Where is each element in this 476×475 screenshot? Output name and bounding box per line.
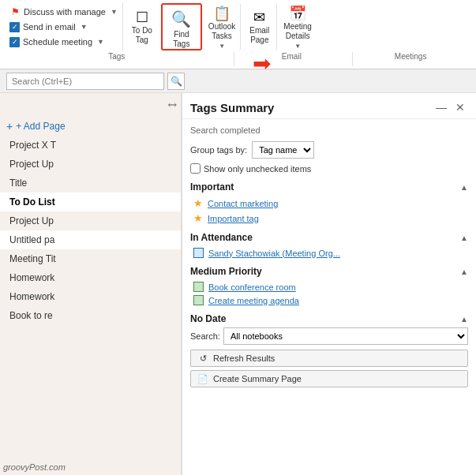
create-summary-label: Create Summary Page [213, 374, 302, 383]
add-page-label: + Add Page [16, 121, 65, 132]
watermark-text: groovyPost.com [3, 462, 66, 472]
contact-marketing-link[interactable]: Contact marketing [208, 199, 278, 208]
page-item-book-to-re[interactable]: Book to re [0, 306, 181, 325]
tags-panel-controls: — ✕ [433, 99, 468, 115]
checkbox-green-icon-agenda [193, 295, 204, 305]
group-by-select[interactable]: Tag name [252, 141, 314, 159]
tag-entry-create-agenda: Create meeting agenda [190, 294, 468, 307]
check-blue-icon-email: ✓ [9, 22, 20, 32]
dropdown-arrow-email[interactable]: ▼ [81, 23, 88, 31]
ribbon-label-row: Tags Email Meetings [0, 50, 476, 66]
tag-entry-important-tag: ★ Important tag [190, 211, 468, 226]
section-header-medium: Medium Priority ▲ [190, 266, 468, 277]
tag-entry-contact-marketing: ★ Contact marketing [190, 196, 468, 211]
tags-panel-body: Search completed Group tags by: Tag name… [182, 119, 476, 475]
flag-icon: ⚑ [9, 6, 21, 17]
to-do-tag-button[interactable]: ☐ To Do Tag [125, 3, 159, 50]
meeting-details-dropdown[interactable]: ▼ [294, 43, 301, 50]
show-unchecked-label: Show only unchecked items [204, 164, 311, 174]
ribbon-tag-item-discuss[interactable]: ⚑ Discuss with manage ▼ [9, 5, 118, 19]
find-tags-inner-btn[interactable]: 🔍 Find Tags [164, 6, 199, 52]
section-title-medium: Medium Priority [190, 266, 262, 277]
sandy-link[interactable]: Sandy Stachowiak (Meeting Org... [208, 249, 340, 258]
section-collapse-important[interactable]: ▲ [460, 183, 468, 192]
section-header-no-date: No Date ▲ [190, 313, 468, 324]
search-input[interactable] [6, 73, 164, 90]
search-bar: 🔍 [0, 69, 476, 93]
ribbon-tag-label-schedule: Schedule meeting [23, 37, 92, 47]
meeting-details-label: Meeting Details [283, 22, 312, 41]
page-item-untitled[interactable]: Untitled pa [0, 230, 181, 249]
outlook-tasks-dropdown[interactable]: ▼ [219, 43, 225, 50]
outlook-tasks-button[interactable]: 📋 Outlook Tasks ▼ [204, 3, 241, 50]
ribbon-tag-item-email[interactable]: ✓ Send in email ▼ [9, 20, 118, 34]
notebooks-select[interactable]: All notebooks [223, 327, 468, 345]
find-tags-icon-group: 🔍 [171, 9, 191, 28]
outlook-tasks-icon: 📋 [213, 5, 231, 21]
search-magnifier-icon: 🔍 [171, 76, 182, 87]
page-item-meeting-tit[interactable]: Meeting Tit [0, 249, 181, 268]
page-item-homework2[interactable]: Homework [0, 287, 181, 306]
ribbon-tag-item-schedule[interactable]: ✓ Schedule meeting ▼ [9, 35, 118, 49]
search-button[interactable]: 🔍 [167, 73, 185, 90]
page-item-title[interactable]: Title [0, 174, 181, 193]
meetings-group-label: Meetings [354, 52, 471, 66]
show-unchecked-checkbox[interactable] [190, 163, 201, 174]
watermark: groovyPost.com [3, 462, 66, 472]
main-area: ⤢ + + Add Page Project X T Project Up Ti… [0, 93, 476, 475]
page-item-todo-list[interactable]: To Do List [0, 193, 181, 211]
tag-entry-book-conference: Book conference room [190, 280, 468, 294]
section-collapse-attendance[interactable]: ▲ [460, 234, 468, 242]
email-page-icon: ✉ [253, 9, 265, 24]
dropdown-arrow-discuss[interactable]: ▼ [111, 8, 118, 16]
section-collapse-medium[interactable]: ▲ [460, 267, 468, 276]
check-blue-icon-schedule: ✓ [9, 37, 20, 47]
page-item-project-up2[interactable]: Project Up [0, 211, 181, 230]
refresh-results-button[interactable]: ↺ Refresh Results [190, 350, 468, 367]
add-page-button[interactable]: + + Add Page [0, 117, 181, 136]
no-date-search-label: Search: [190, 331, 220, 341]
meeting-details-icon: 📅 [289, 5, 306, 21]
group-by-row: Group tags by: Tag name [190, 141, 468, 159]
tag-entry-sandy: Sandy Stachowiak (Meeting Org... [190, 246, 468, 260]
ribbon-top: ⚑ Discuss with manage ▼ ✓ Send in email … [0, 0, 476, 50]
page-item-project-x[interactable]: Project X T [0, 136, 181, 155]
checkbox-green-icon-book [193, 282, 204, 292]
find-tags-button[interactable]: 🔍 Find Tags [161, 3, 202, 50]
outlook-tasks-label: Outlook Tasks [208, 22, 235, 41]
section-collapse-no-date[interactable]: ▲ [460, 315, 468, 324]
section-title-important: Important [190, 181, 234, 193]
meeting-details-button[interactable]: 📅 Meeting Details ▼ [279, 3, 317, 50]
email-page-button[interactable]: ✉ Email Page [242, 3, 277, 50]
star-icon-important: ★ [193, 212, 203, 224]
search-completed-text: Search completed [190, 125, 468, 135]
group-by-label: Group tags by: [190, 145, 247, 155]
important-tag-link[interactable]: Important tag [208, 214, 259, 223]
refresh-results-label: Refresh Results [213, 353, 275, 363]
ribbon-tags-group: ⚑ Discuss with manage ▼ ✓ Send in email … [5, 3, 123, 50]
panel-close-button[interactable]: ✕ [452, 99, 468, 115]
add-page-plus-icon: + [6, 120, 13, 133]
page-item-project-up[interactable]: Project Up [0, 155, 181, 174]
expand-icon[interactable]: ⤢ [165, 97, 181, 113]
tags-panel-header: Tags Summary — ✕ [182, 93, 476, 119]
refresh-icon: ↺ [197, 353, 208, 364]
section-title-no-date: No Date [190, 313, 226, 324]
dropdown-arrow-schedule[interactable]: ▼ [97, 38, 104, 46]
email-group-label: Email [236, 52, 354, 66]
create-summary-button[interactable]: 📄 Create Summary Page [190, 370, 468, 387]
ribbon: ⚑ Discuss with manage ▼ ✓ Send in email … [0, 0, 476, 69]
ribbon-tag-label-email: Send in email [23, 22, 76, 32]
tags-panel-title: Tags Summary [190, 101, 274, 114]
page-item-homework1[interactable]: Homework [0, 268, 181, 287]
to-do-tag-label: To Do Tag [132, 26, 152, 45]
find-tags-label: Find Tags [173, 30, 189, 49]
email-page-label: Email Page [249, 26, 269, 45]
panel-minimize-button[interactable]: — [433, 99, 449, 115]
section-title-attendance: In Attendance [190, 232, 253, 243]
section-header-important: Important ▲ [190, 181, 468, 193]
book-conference-link[interactable]: Book conference room [208, 282, 296, 292]
create-agenda-link[interactable]: Create meeting agenda [208, 296, 299, 305]
no-date-search-row: Search: All notebooks [190, 327, 468, 345]
checkbox-blue-icon-sandy [193, 248, 204, 258]
